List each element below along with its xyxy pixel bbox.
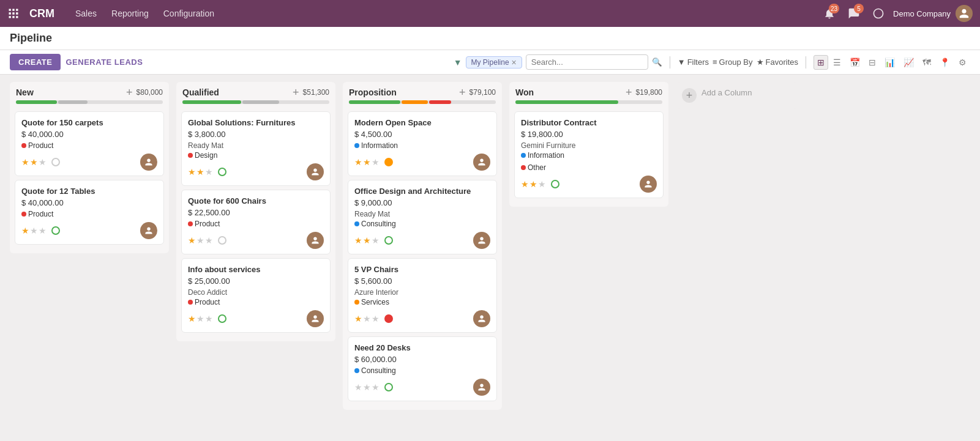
tag-dot: [521, 153, 526, 158]
kanban-card[interactable]: Quote for 12 Tables $ 40,000.00 Product …: [15, 180, 164, 245]
star-2[interactable]: ★: [372, 382, 380, 392]
star-1[interactable]: ★: [529, 179, 537, 189]
chart-view-button[interactable]: 📊: [881, 55, 899, 70]
tag-dot: [188, 221, 193, 226]
kanban-card[interactable]: Distributor Contract $ 19,800.00 Gemini …: [514, 111, 664, 198]
star-0[interactable]: ★: [521, 179, 529, 189]
star-1[interactable]: ★: [196, 167, 204, 177]
status-indicator: [218, 236, 226, 245]
star-2[interactable]: ★: [372, 314, 380, 324]
tag-label: Product: [195, 298, 220, 306]
tag-label: Design: [195, 151, 217, 160]
grid-view-button[interactable]: ⊟: [865, 55, 880, 70]
kanban-card[interactable]: Modern Open Space $ 4,500.00 Information…: [348, 111, 497, 176]
groupby-icon: ≡: [713, 57, 717, 67]
favorites-button[interactable]: ★ Favorites: [757, 57, 798, 67]
card-title: Distributor Contract: [521, 118, 657, 127]
card-tag: Information: [521, 151, 657, 160]
card-avatar: [140, 222, 157, 239]
nav-sales[interactable]: Sales: [69, 6, 103, 21]
star-2[interactable]: ★: [39, 157, 47, 167]
my-pipeline-filter-tag[interactable]: My Pipeline ×: [466, 56, 522, 69]
column-add-button-won[interactable]: +: [626, 87, 632, 98]
progress-segment: [16, 100, 57, 104]
star-2[interactable]: ★: [39, 226, 47, 235]
star-0[interactable]: ★: [188, 314, 196, 324]
kanban-card[interactable]: Need 20 Desks $ 60,000.00 Consulting ★★★: [348, 336, 497, 401]
kanban-card[interactable]: Quote for 600 Chairs $ 22,500.00 Product…: [181, 190, 331, 254]
card-title: Info about services: [188, 265, 324, 274]
progress-segment: [182, 100, 241, 104]
card-stars: ★★★: [21, 226, 47, 235]
activity-button[interactable]: [869, 4, 888, 23]
map-view-button[interactable]: 🗺: [919, 55, 935, 70]
star-1[interactable]: ★: [363, 157, 371, 167]
star-1[interactable]: ★: [363, 314, 371, 324]
star-0[interactable]: ★: [188, 167, 196, 177]
star-0[interactable]: ★: [354, 382, 362, 392]
add-column-button[interactable]: + Add a Column: [676, 82, 798, 109]
card-amount: $ 4,500.00: [354, 130, 490, 139]
generate-leads-button[interactable]: GENERATE LEADS: [65, 57, 143, 67]
star-0[interactable]: ★: [354, 235, 362, 245]
search-submit-button[interactable]: 🔍: [652, 57, 662, 67]
bar-view-button[interactable]: 📈: [900, 55, 918, 70]
star-1[interactable]: ★: [363, 235, 371, 245]
calendar-view-button[interactable]: 📅: [846, 55, 864, 70]
kanban-card[interactable]: Global Solutions: Furnitures $ 3,800.00 …: [181, 111, 331, 186]
column-add-button-qualified[interactable]: +: [293, 87, 299, 98]
card-footer: ★★★: [354, 379, 490, 396]
star-0[interactable]: ★: [188, 235, 196, 245]
status-indicator: [51, 226, 60, 235]
filters-button[interactable]: ▼ Filters: [678, 57, 709, 67]
star-0[interactable]: ★: [354, 314, 362, 324]
kanban-card[interactable]: Quote for 150 carpets $ 40,000.00 Produc…: [15, 111, 164, 176]
list-view-button[interactable]: ☰: [829, 55, 845, 70]
kanban-view-button[interactable]: ⊞: [814, 55, 828, 70]
settings-view-button[interactable]: ⚙: [955, 55, 970, 70]
messages-button[interactable]: 5: [844, 4, 864, 23]
star-2[interactable]: ★: [538, 179, 546, 189]
tag-label: Information: [361, 141, 398, 150]
star-0[interactable]: ★: [21, 226, 29, 235]
user-avatar[interactable]: [956, 5, 973, 22]
assignee-avatar: [473, 379, 490, 396]
star-2[interactable]: ★: [205, 167, 213, 177]
column-add-button-proposition[interactable]: +: [459, 87, 466, 98]
star-2[interactable]: ★: [205, 235, 213, 245]
star-2[interactable]: ★: [205, 314, 213, 324]
pin-view-button[interactable]: 📍: [936, 55, 954, 70]
star-0[interactable]: ★: [354, 157, 362, 167]
progress-bar-won: [509, 100, 668, 108]
status-indicator: [51, 158, 60, 166]
status-indicator: [551, 180, 559, 188]
notifications-button[interactable]: 23: [820, 4, 839, 23]
star-1[interactable]: ★: [196, 314, 204, 324]
nav-reporting[interactable]: Reporting: [105, 6, 155, 21]
search-input[interactable]: [526, 54, 648, 70]
column-won: Won + $19,800 Distributor Contract $ 19,…: [509, 82, 668, 207]
kanban-card[interactable]: Info about services $ 25,000.00 Deco Add…: [181, 258, 331, 333]
group-by-button[interactable]: ≡ Group By: [713, 57, 753, 67]
nav-configuration[interactable]: Configuration: [157, 6, 220, 21]
card-stars: ★★★: [188, 235, 213, 245]
create-button[interactable]: CREATE: [10, 54, 61, 70]
kanban-card[interactable]: Office Design and Architecture $ 9,000.0…: [348, 180, 497, 254]
apps-menu-button[interactable]: [7, 7, 20, 20]
star-2[interactable]: ★: [372, 235, 380, 245]
star-0[interactable]: ★: [21, 157, 29, 167]
star-1[interactable]: ★: [30, 157, 38, 167]
column-add-button-new[interactable]: +: [126, 87, 133, 98]
top-menu: Sales Reporting Configuration: [69, 6, 220, 21]
remove-filter-button[interactable]: ×: [512, 58, 517, 67]
tag-dot: [354, 368, 359, 373]
kanban-card[interactable]: 5 VP Chairs $ 5,600.00 Azure Interior Se…: [348, 258, 497, 333]
add-column-icon: +: [682, 88, 697, 103]
card-title: Quote for 600 Chairs: [188, 196, 324, 206]
star-1[interactable]: ★: [30, 226, 38, 235]
star-1[interactable]: ★: [363, 382, 371, 392]
card-stars: ★★★: [21, 157, 47, 167]
tag-dot: [21, 143, 26, 148]
star-1[interactable]: ★: [196, 235, 204, 245]
star-2[interactable]: ★: [372, 157, 380, 167]
